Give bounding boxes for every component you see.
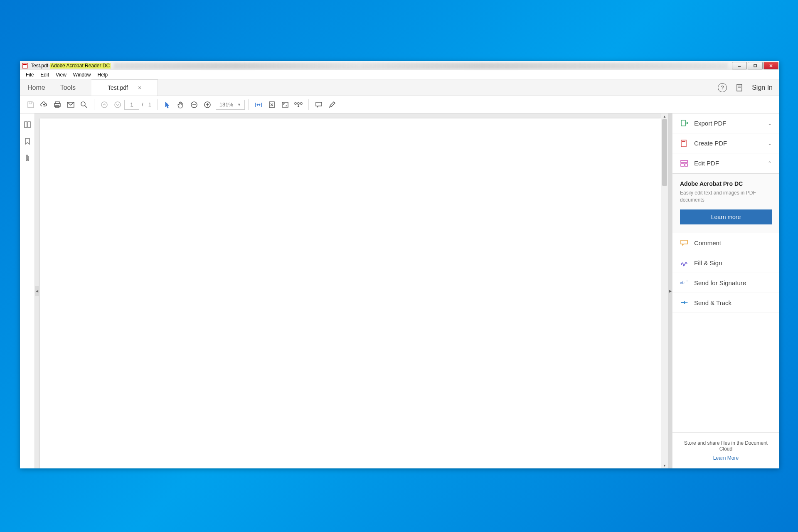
- vertical-scrollbar[interactable]: ▲ ▼: [661, 113, 668, 468]
- svg-rect-29: [28, 122, 30, 128]
- read-mode-icon[interactable]: [292, 98, 305, 111]
- fit-page-icon[interactable]: [265, 98, 278, 111]
- thumbnails-icon[interactable]: [23, 120, 32, 129]
- menu-edit[interactable]: Edit: [37, 71, 52, 79]
- page-number-input[interactable]: [124, 100, 139, 110]
- svg-rect-35: [685, 164, 687, 166]
- pointer-icon[interactable]: [161, 98, 174, 111]
- menu-help[interactable]: Help: [94, 71, 111, 79]
- svg-text:xb: xb: [680, 281, 685, 285]
- tool-comment[interactable]: Comment: [672, 233, 779, 253]
- zoom-out-icon[interactable]: [187, 98, 201, 111]
- footer-learn-more-link[interactable]: Learn More: [680, 455, 772, 461]
- cloud-upload-icon[interactable]: [37, 98, 51, 111]
- tool-export-pdf[interactable]: Export PDF ⌄: [672, 113, 779, 133]
- tab-home[interactable]: Home: [20, 79, 53, 96]
- toolbar-separator: [248, 99, 249, 110]
- svg-rect-33: [681, 160, 687, 163]
- create-pdf-icon: [680, 139, 688, 148]
- export-pdf-icon: [680, 119, 688, 128]
- svg-rect-25: [295, 103, 296, 104]
- page-total: 1: [146, 101, 154, 108]
- svg-rect-27: [300, 103, 302, 104]
- tab-document[interactable]: Test.pdf ×: [91, 79, 158, 96]
- svg-point-37: [687, 281, 687, 281]
- scroll-up-icon[interactable]: ▲: [661, 113, 668, 119]
- menu-window[interactable]: Window: [70, 71, 94, 79]
- document-area: ◀ ▲ ▼ ▶: [35, 113, 672, 468]
- svg-point-39: [687, 302, 688, 303]
- svg-point-38: [686, 302, 687, 303]
- promo-description: Easily edit text and images in PDF docum…: [680, 190, 772, 204]
- left-panel: [20, 113, 35, 468]
- pdf-icon: [22, 62, 28, 69]
- zoom-dropdown[interactable]: 131% ▼: [216, 100, 245, 110]
- page-up-icon: [98, 98, 111, 111]
- chevron-down-icon: ⌄: [768, 140, 772, 146]
- email-icon[interactable]: [64, 98, 77, 111]
- menu-file[interactable]: File: [22, 71, 37, 79]
- svg-rect-1: [23, 64, 27, 65]
- tab-tools[interactable]: Tools: [53, 79, 83, 96]
- comment-icon[interactable]: [312, 98, 325, 111]
- svg-point-14: [81, 102, 85, 106]
- page-container: [35, 113, 661, 468]
- toolbar-separator: [308, 99, 309, 110]
- bookmark-icon[interactable]: [23, 137, 32, 146]
- zoom-in-icon[interactable]: [201, 98, 214, 111]
- tool-label: Create PDF: [694, 140, 762, 147]
- scroll-down-icon[interactable]: ▼: [661, 463, 668, 468]
- tab-close-icon[interactable]: ×: [138, 84, 141, 91]
- highlight-icon[interactable]: [325, 98, 339, 111]
- document-page[interactable]: [40, 118, 661, 468]
- chevron-up-icon: ⌃: [768, 160, 772, 166]
- tabbar: Home Tools Test.pdf × ? Sign In: [20, 79, 779, 96]
- notification-icon[interactable]: [733, 81, 746, 94]
- window-title-app: Adobe Acrobat Reader DC: [50, 63, 111, 69]
- fullscreen-icon[interactable]: [278, 98, 292, 111]
- chevron-down-icon: ▼: [237, 103, 241, 107]
- promo-title: Adobe Acrobat Pro DC: [680, 180, 772, 187]
- tool-send-signature[interactable]: xb Send for Signature: [672, 273, 779, 293]
- print-icon[interactable]: [51, 98, 64, 111]
- svg-rect-11: [54, 103, 60, 106]
- tool-create-pdf[interactable]: Create PDF ⌄: [672, 133, 779, 153]
- toolbar-separator: [157, 99, 158, 110]
- menu-view[interactable]: View: [52, 71, 70, 79]
- tool-label: Send & Track: [694, 299, 772, 306]
- tool-send-track[interactable]: Send & Track: [672, 293, 779, 313]
- svg-line-15: [85, 106, 87, 108]
- tool-label: Export PDF: [694, 120, 762, 127]
- minimize-button[interactable]: [732, 62, 747, 69]
- fill-sign-icon: [680, 259, 688, 267]
- zoom-value: 131%: [219, 101, 233, 108]
- menubar: File Edit View Window Help: [20, 70, 779, 79]
- svg-rect-30: [681, 120, 685, 126]
- edit-pdf-icon: [680, 159, 688, 167]
- right-panel-footer: Store and share files in the Document Cl…: [672, 432, 779, 468]
- right-collapse-handle[interactable]: ▶: [668, 113, 672, 468]
- tab-document-label: Test.pdf: [108, 84, 128, 91]
- toolbar: / 1 131% ▼: [20, 96, 779, 113]
- tool-label: Comment: [694, 239, 772, 246]
- page-down-icon: [111, 98, 124, 111]
- tool-fill-sign[interactable]: Fill & Sign: [672, 253, 779, 273]
- learn-more-button[interactable]: Learn more: [680, 209, 772, 224]
- edit-pdf-promo: Adobe Acrobat Pro DC Easily edit text an…: [672, 173, 779, 233]
- signin-link[interactable]: Sign In: [752, 84, 773, 91]
- window-title-doc: Test.pdf: [30, 63, 48, 69]
- left-collapse-handle[interactable]: ◀: [35, 286, 39, 296]
- hand-icon[interactable]: [174, 98, 187, 111]
- titlebar-background-blur: [114, 63, 728, 69]
- search-icon[interactable]: [77, 98, 91, 111]
- page-total-prefix: /: [139, 101, 146, 108]
- close-button[interactable]: [764, 62, 778, 69]
- tool-label: Fill & Sign: [694, 259, 772, 266]
- maximize-button[interactable]: [748, 62, 763, 69]
- scrollbar-thumb[interactable]: [662, 119, 667, 186]
- attachment-icon[interactable]: [23, 153, 32, 163]
- right-panel: Export PDF ⌄ Create PDF ⌄ Edit PDF ⌃ Ado…: [672, 113, 779, 468]
- help-icon[interactable]: ?: [718, 83, 727, 92]
- tool-edit-pdf[interactable]: Edit PDF ⌃: [672, 153, 779, 173]
- fit-width-icon[interactable]: [252, 98, 265, 111]
